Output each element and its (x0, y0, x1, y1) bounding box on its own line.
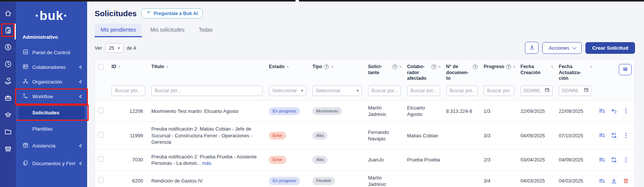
kebab-menu-icon[interactable] (623, 157, 629, 163)
export-download-button[interactable] (525, 42, 538, 54)
remunerations-dollar-icon[interactable]: $ (3, 42, 13, 52)
filter-fecha-creacion-date[interactable]: DD/MM, (520, 85, 553, 96)
sidebar-item-plantillas[interactable]: Plantillas (16, 122, 87, 135)
detail-search-icon[interactable] (599, 108, 605, 114)
row-solicitante: Martín Jadresic (365, 170, 404, 187)
mas-link[interactable]: más (202, 160, 211, 166)
help-icon[interactable]: ? (431, 64, 436, 69)
detail-search-icon[interactable] (599, 157, 605, 163)
row-progreso: 3/4 (481, 170, 517, 187)
sidebar-item-solicitudes-wrap: Solicitudes (16, 106, 87, 119)
sidebar-item-documentos-y-firma[interactable]: Documentos y Firma < (16, 156, 87, 171)
column-header-titulo: Título↑↓ (148, 59, 266, 83)
acciones-button[interactable]: Acciones (542, 42, 582, 54)
sidebar-item-label: Panel de Control (32, 50, 83, 55)
sidebar-item-colaboradores[interactable]: Colaboradores < (16, 60, 87, 74)
sidebar-item-asistencia[interactable]: Asistencia < (16, 138, 87, 153)
row-checkbox[interactable] (98, 132, 104, 138)
training-graduation-icon[interactable] (3, 110, 13, 120)
column-header-solicitante: Solici-tante?↑↓ (365, 59, 404, 83)
refresh-icon[interactable] (611, 157, 617, 163)
tab-todas[interactable]: Todas (193, 24, 219, 37)
files-folder-icon[interactable] (3, 127, 13, 137)
sidebar-item-solicitudes[interactable]: Solicitudes (18, 106, 84, 119)
page-size-value: 25 (109, 45, 114, 51)
undo-icon[interactable] (611, 108, 617, 114)
row-documento (443, 170, 481, 187)
help-icon[interactable]: ? (392, 64, 397, 69)
sort-icon[interactable]: ↑↓ (331, 65, 333, 69)
filter-id-input[interactable] (112, 85, 145, 96)
sparkle-icon (146, 10, 151, 17)
row-colaborador: Prueba Prueba (404, 149, 443, 170)
ask-buk-ai-label: Preguntale a Buk AI (154, 11, 198, 16)
sidebar-item-label: Asistencia (32, 143, 75, 149)
page-size-select[interactable]: 25 ▾ (105, 43, 124, 53)
total-count-label: de 4 (127, 45, 136, 51)
row-documento (443, 149, 481, 170)
filter-fecha-actualizacion-date[interactable]: DD/MM, (559, 85, 592, 96)
refresh-icon[interactable] (611, 132, 617, 139)
column-settings-button[interactable] (619, 64, 632, 75)
row-checkbox[interactable] (98, 156, 104, 162)
filter-progreso-input[interactable] (484, 85, 514, 96)
sort-icon[interactable]: ↑↓ (399, 65, 401, 69)
benefits-hand-heart-icon[interactable] (3, 76, 13, 86)
tipo-badge: Alta (312, 132, 327, 140)
chevron-left-icon: < (79, 142, 82, 149)
requests-clipboard-icon[interactable] (3, 25, 13, 35)
culture-briefcase-icon[interactable] (3, 93, 13, 103)
filter-colaborador-input[interactable] (407, 85, 440, 96)
tab-mis-pendientes[interactable]: Mis pendientes (95, 24, 142, 37)
sidebar-item-workflow[interactable]: Workflow < (16, 89, 87, 104)
ask-buk-ai-button[interactable]: Preguntale a Buk AI (141, 8, 203, 18)
crear-solicitud-button[interactable]: Crear Solicitud (585, 42, 635, 54)
tab-mis-solicitudes[interactable]: Mis solicitudes (144, 24, 190, 37)
help-icon[interactable]: ? (506, 64, 511, 69)
module-rail: $ (0, 0, 16, 187)
sort-icon[interactable]: ↑↓ (513, 65, 515, 69)
filter-estado-select[interactable]: Seleccionar▾ (269, 85, 306, 96)
detail-search-icon[interactable] (599, 132, 605, 139)
select-all-checkbox[interactable] (98, 64, 104, 70)
kebab-menu-icon[interactable] (623, 108, 629, 114)
row-checkbox[interactable] (98, 108, 104, 113)
row-solicitante: JuanJo (365, 149, 404, 170)
sort-icon[interactable]: ↑↓ (590, 65, 592, 69)
sidebar-section-label: Administrativo (16, 33, 87, 45)
sort-icon[interactable]: ↑↓ (551, 65, 553, 69)
org-chart-icon (23, 78, 29, 85)
filter-solicitante-input[interactable] (368, 85, 401, 96)
download-icon[interactable] (611, 178, 617, 184)
home-icon[interactable] (3, 8, 13, 18)
filter-titulo-input[interactable] (151, 85, 263, 96)
row-solicitante: Fernando Navajas (365, 122, 404, 149)
detail-search-icon[interactable] (599, 178, 605, 184)
help-icon[interactable]: ? (473, 64, 478, 69)
column-header-tipo: Tipo?↑↓ (309, 59, 365, 83)
help-icon[interactable]: ? (324, 64, 329, 69)
kebab-menu-icon[interactable] (623, 132, 629, 139)
sliders-icon (622, 66, 628, 73)
sort-icon[interactable]: ↑↓ (166, 65, 168, 69)
column-header-estado: Estado↑↓ (266, 59, 309, 83)
toolbar-actions: Acciones Crear Solicitud (525, 42, 635, 54)
sort-icon[interactable]: ↑↓ (118, 65, 120, 69)
row-fecha-creacion: 04/09/2025 (517, 122, 556, 149)
sidebar-item-label: Colaboradores (32, 64, 75, 70)
filter-tipo-select[interactable]: Seleccionar▾ (312, 85, 362, 96)
marketplace-store-icon[interactable] (3, 144, 13, 154)
sidebar-item-panel-de-control[interactable]: Panel de Control (16, 45, 87, 60)
sort-icon[interactable]: ↑↓ (438, 65, 440, 69)
time-clock-icon[interactable] (3, 59, 13, 69)
column-header-colaborador-afectado: Colabo-rador afectado?↑↓ (404, 59, 443, 83)
screenshot-top-strip (0, 0, 644, 2)
filter-documento-input[interactable] (446, 85, 478, 96)
top-strip-notch (296, 0, 299, 2)
sort-icon[interactable]: ↑↓ (287, 65, 288, 69)
row-checkbox[interactable] (98, 177, 104, 183)
sidebar-item-organizacion[interactable]: Organización < (16, 74, 87, 89)
row-id: 12206 (109, 100, 148, 122)
trash-icon[interactable] (623, 178, 629, 184)
sidebar: ·buk· Administrativo Panel de Control Co… (16, 0, 87, 187)
